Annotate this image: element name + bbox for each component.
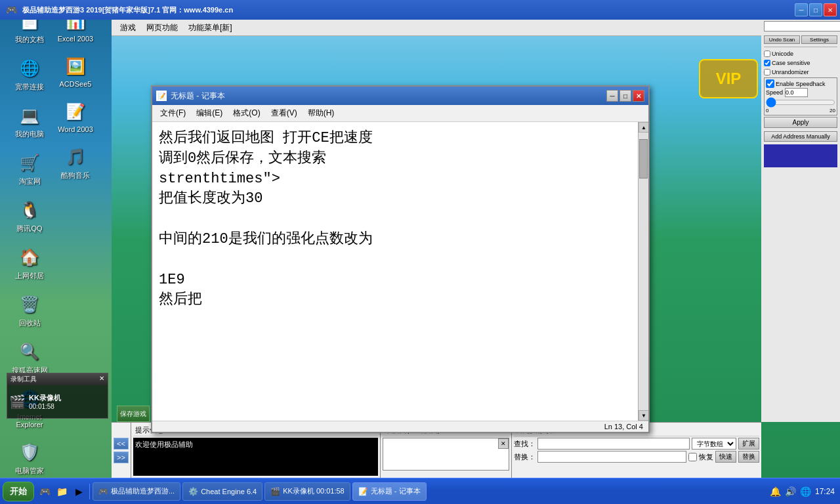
notepad-menu-edit[interactable]: 编辑(E) (191, 106, 228, 120)
speedhack-section: Enable Speedhack Speed 0 20 (764, 77, 837, 116)
game-menubar: 游戏 网页功能 功能菜单[新] (112, 20, 761, 36)
search-dropdown[interactable]: 字节数组 (692, 438, 736, 450)
ce-panel: Cheat Engine 6.4 ─ □ ✕ 💰 Undo Scan Setti… (761, 0, 840, 422)
icon-souhu[interactable]: 🔍 搜狐高速网 (7, 337, 52, 378)
speed-range-labels: 0 20 (766, 108, 835, 114)
desktop-icons-col2: 📊 Excel 2003 🖼️ ACDSee5 📝 Word 2003 🎵 酷狗… (52, 7, 98, 183)
network-icon: 🏠 (18, 245, 41, 269)
scroll-down-btn[interactable]: ▼ (639, 410, 648, 421)
quick-launch-icon-1[interactable]: 🎮 (37, 484, 52, 499)
case-sensitive-checkbox-row: Case sensitive (764, 60, 837, 66)
hint-text-area: 欢迎使用极品辅助 (133, 438, 379, 476)
menu-web[interactable]: 网页功能 (141, 21, 183, 35)
taskbar-item-3[interactable]: 📝 无标题 - 记事本 (352, 482, 427, 501)
taskbar-network-icon: 🌐 (800, 486, 811, 497)
close-button[interactable]: ✕ (824, 3, 837, 16)
notepad-menu-view[interactable]: 查看(V) (266, 106, 303, 120)
icon-my-computer[interactable]: 💻 我的电脑 (7, 101, 52, 142)
settings-button[interactable]: Settings (801, 35, 837, 44)
notepad-menu-help[interactable]: 帮助(H) (303, 106, 340, 120)
notepad-scrollbar[interactable]: ▲ ▼ (638, 122, 648, 421)
restore-checkbox[interactable] (688, 453, 697, 461)
icon-qq[interactable]: 🐧 腾讯QQ (7, 196, 52, 236)
maximize-button[interactable]: □ (809, 3, 822, 16)
unrandomizer-checkbox[interactable] (764, 69, 770, 75)
menu-functions[interactable]: 功能菜单[新] (183, 21, 238, 35)
ce-divider-1 (764, 47, 837, 47)
notepad-status: Ln 13, Col 4 (604, 423, 643, 430)
notepad-titlebar-buttons: ─ □ ✕ (606, 90, 644, 102)
quick-launch-icon-2[interactable]: 📁 (54, 484, 70, 499)
notepad-app-icon: 📝 (156, 91, 167, 101)
replace-button[interactable]: 替换 (738, 451, 759, 463)
notepad-window: 📝 无标题 - 记事本 ─ □ ✕ 文件(F) 编辑(E) 格式(O) 查看(V… (151, 85, 650, 433)
nav-arrows-area: << >> (112, 423, 131, 478)
notepad-close-btn[interactable]: ✕ (633, 90, 644, 102)
icon-kugou[interactable]: 🎵 酷狗音乐 (52, 142, 98, 183)
restore-btn-label: 恢复 (699, 452, 713, 462)
kk-body: 🎬 KK录像机 00:01:58 (7, 385, 108, 418)
apply-button[interactable]: Apply (764, 117, 837, 128)
menu-game[interactable]: 游戏 (115, 21, 141, 35)
notepad-menu-file[interactable]: 文件(F) (155, 106, 191, 120)
notepad-minimize-btn[interactable]: ─ (606, 90, 618, 102)
start-button[interactable]: 开始 (3, 482, 34, 501)
ce-scan-buttons: Undo Scan Settings (764, 35, 837, 44)
kk-info: KK录像机 00:01:58 (29, 393, 61, 410)
icon-recycle[interactable]: 🗑️ 回收站 (7, 290, 52, 331)
notepad-textarea[interactable]: 然后我们返回地图 打开CE把速度 调到0然后保存，文本搜索 strenthtim… (152, 122, 638, 421)
taskbar-item-0[interactable]: 🎮 极品辅助造梦西游... (93, 482, 180, 501)
notepad-menu-format[interactable]: 格式(O) (228, 106, 265, 120)
add-address-button[interactable]: Add Address Manually (764, 131, 837, 142)
restore-close-btn[interactable]: ✕ (498, 438, 509, 449)
icon-network[interactable]: 🏠 上网邻居 (7, 243, 52, 284)
scroll-up-btn[interactable]: ▲ (639, 122, 648, 133)
scroll-thumb[interactable] (639, 139, 648, 178)
fast-button[interactable]: 快速 (715, 451, 736, 463)
icon-taobao[interactable]: 🛒 淘宝网 (7, 148, 52, 189)
kk-close[interactable]: ✕ (99, 375, 104, 384)
kk-subtitle: KK录像机 (29, 393, 61, 403)
replace-field[interactable] (537, 451, 686, 463)
main-app-titlebar: 🎮 极品辅助造梦西游3 2019[贺猪年家华版]7.1 官网：www.4399e… (0, 0, 840, 20)
icon-acdsee[interactable]: 🖼️ ACDSee5 (52, 52, 98, 91)
kugou-icon: 🎵 (64, 145, 87, 169)
speed-slider[interactable] (766, 98, 835, 106)
scroll-track[interactable] (639, 133, 648, 410)
save-game-button[interactable]: 保存游戏 (117, 406, 150, 422)
word-icon: 📝 (64, 100, 87, 123)
notepad-maximize-btn[interactable]: □ (620, 90, 631, 102)
unrandomizer-label: Unrandomizer (772, 69, 809, 75)
app-icon: 🎮 (3, 2, 19, 18)
speedhack-title: Enable Speedhack (766, 79, 835, 88)
unicode-label: Unicode (772, 51, 793, 57)
vip-badge: VIP (699, 59, 758, 98)
kk-logo-icon: 🎬 (9, 394, 26, 410)
taskbar-right: 🔔 🔊 🌐 17:24 (770, 486, 840, 497)
expand-button[interactable]: 扩展 (738, 438, 759, 450)
nav-back-button[interactable]: << (114, 438, 129, 450)
notepad-content-area: 然后我们返回地图 打开CE把速度 调到0然后保存，文本搜索 strenthtim… (152, 122, 648, 421)
minimize-button[interactable]: ─ (795, 3, 808, 16)
search-field[interactable] (537, 438, 690, 450)
case-sensitive-checkbox[interactable] (764, 60, 770, 66)
taskbar: 开始 🎮 📁 ▶ 🎮 极品辅助造梦西游... ⚙️ Cheat Engine 6… (0, 478, 840, 504)
ce-search-input[interactable] (764, 21, 840, 32)
notepad-menubar: 文件(F) 编辑(E) 格式(O) 查看(V) 帮助(H) (152, 105, 648, 122)
notepad-titlebar-left: 📝 无标题 - 记事本 (156, 91, 225, 102)
taskbar-item-2[interactable]: 🎬 KK录像机 00:01:58 (264, 482, 350, 501)
taskbar-time: 17:24 (815, 487, 835, 496)
quick-launch-icon-3[interactable]: ▶ (71, 484, 87, 499)
icon-broadband[interactable]: 🌐 宽带连接 (7, 54, 52, 94)
hint-text: 欢迎使用极品辅助 (135, 440, 193, 448)
unicode-checkbox[interactable] (764, 51, 770, 57)
enable-speedhack-checkbox[interactable] (766, 79, 774, 88)
search-row: 查找： 字节数组 扩展 (514, 438, 759, 450)
nav-forward-button[interactable]: >> (114, 452, 129, 463)
undo-scan-button[interactable]: Undo Scan (764, 35, 800, 44)
icon-pcmanager[interactable]: 🛡️ 电脑管家 (7, 438, 52, 478)
speed-input[interactable] (785, 88, 808, 97)
quick-launch: 🎮 📁 ▶ (37, 484, 90, 499)
taskbar-item-1[interactable]: ⚙️ Cheat Engine 6.4 (182, 482, 262, 501)
icon-word[interactable]: 📝 Word 2003 (52, 97, 98, 136)
